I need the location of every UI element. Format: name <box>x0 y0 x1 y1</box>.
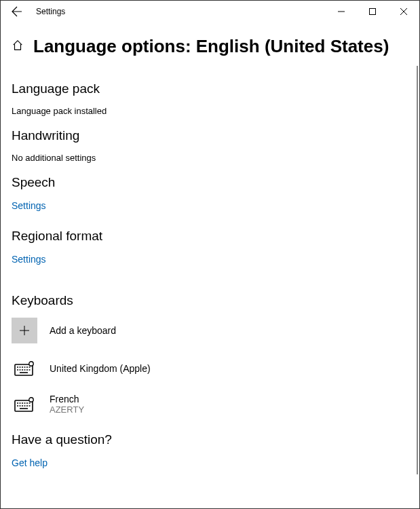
keyboard-item-uk[interactable]: United Kingdom (Apple) <box>12 361 408 376</box>
language-pack-status: Language pack installed <box>12 106 408 116</box>
minimize-icon <box>338 8 345 15</box>
keyboard-icon <box>12 397 37 412</box>
scrollbar[interactable] <box>417 66 418 474</box>
minimize-button[interactable] <box>326 1 357 22</box>
close-icon <box>400 8 407 15</box>
section-regional-heading: Regional format <box>12 229 408 244</box>
back-button[interactable] <box>6 6 28 17</box>
keyboard-item-name: United Kingdom (Apple) <box>50 363 151 374</box>
add-keyboard-label: Add a keyboard <box>50 325 116 336</box>
keyboard-item-name: French <box>50 394 84 404</box>
window-controls <box>326 1 419 22</box>
titlebar: Settings <box>1 1 419 22</box>
get-help-link[interactable]: Get help <box>12 457 47 468</box>
section-language-pack-heading: Language pack <box>12 81 408 96</box>
home-icon <box>12 39 24 52</box>
add-keyboard-icon-box <box>12 318 37 343</box>
close-button[interactable] <box>388 1 419 22</box>
window-title: Settings <box>36 7 65 16</box>
add-keyboard-button[interactable]: Add a keyboard <box>12 318 408 343</box>
speech-settings-link[interactable]: Settings <box>12 200 46 211</box>
maximize-button[interactable] <box>357 1 388 22</box>
page-title: Language options: English (United States… <box>33 36 389 57</box>
section-speech-heading: Speech <box>12 175 408 190</box>
content-area: Language pack Language pack installed Ha… <box>1 62 419 497</box>
svg-point-11 <box>29 397 33 401</box>
page-header: Language options: English (United States… <box>1 22 419 62</box>
keyboard-item-layout: AZERTY <box>50 404 84 415</box>
arrow-left-icon <box>12 6 22 17</box>
handwriting-status: No additional settings <box>12 153 408 163</box>
svg-rect-1 <box>370 9 376 15</box>
home-button[interactable] <box>12 39 24 54</box>
maximize-icon <box>369 8 376 15</box>
svg-point-6 <box>29 362 33 366</box>
regional-settings-link[interactable]: Settings <box>12 254 46 265</box>
section-handwriting-heading: Handwriting <box>12 128 408 143</box>
keyboard-icon <box>12 361 37 376</box>
plus-icon <box>19 325 30 336</box>
keyboard-item-french[interactable]: French AZERTY <box>12 394 408 415</box>
section-help-heading: Have a question? <box>12 432 408 447</box>
section-keyboards-heading: Keyboards <box>12 293 408 308</box>
